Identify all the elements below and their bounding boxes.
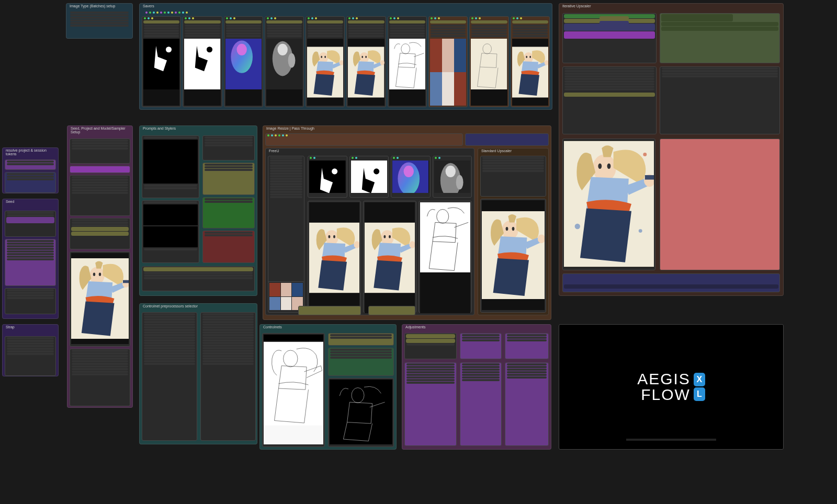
freeu-thumb-0[interactable] [308,156,347,198]
node-olive-bar-b[interactable] [368,306,415,315]
svg-point-18 [362,56,364,58]
group-title: Seed [6,200,14,203]
saver-node-9[interactable] [511,16,550,107]
node-adj-e[interactable] [460,362,502,446]
node-seed-list[interactable] [5,239,56,286]
svg-point-54 [445,166,455,177]
group-image-type[interactable]: Image Type (Batches) setup [66,3,133,39]
svg-point-38 [643,153,647,156]
node-seed-b[interactable] [70,166,130,173]
node-std-upscale-preview[interactable] [480,199,546,313]
node-strap[interactable] [5,336,56,376]
svg-point-71 [512,227,515,231]
freeu-thumb-1[interactable] [349,156,389,198]
node-upscale-aux[interactable] [660,139,780,270]
saver-node-0[interactable] [142,16,181,107]
node-adj-d[interactable] [404,362,457,446]
subgroup-freeu[interactable]: FreeU [265,148,474,315]
svg-point-3 [207,47,212,52]
group-title: Prompts and Stylers [143,127,176,130]
node-resize-strip-b[interactable] [465,133,549,146]
group-seed-project[interactable]: Seed, Project and Model/Sampler Setup [67,125,133,408]
node-upscale-preview-large[interactable] [660,66,780,134]
node-cnet-right-top[interactable] [328,333,394,346]
node-cnet-left[interactable] [262,333,325,447]
saver-node-8[interactable] [469,16,508,107]
node-model-select[interactable] [70,218,130,249]
character-image [71,253,129,344]
svg-rect-35 [645,175,654,180]
resize-thumb-0[interactable] [308,201,361,313]
group-savers[interactable]: Savers [139,3,552,110]
group-title: Controlnets [263,325,282,329]
node-upscale-settings-a[interactable] [562,13,657,63]
group-prompts-stylers[interactable]: Prompts and Stylers [139,125,257,296]
node-adj-f[interactable] [505,362,549,446]
saver-node-7[interactable] [428,16,468,107]
node-seed-a[interactable] [70,139,130,164]
group-resolve-project[interactable]: resolve project & session tokens [2,147,59,193]
std-upscale-image [482,200,545,310]
saver-thumb-0 [143,39,179,106]
saver-node-2[interactable] [224,16,263,107]
saver-thumb-7 [430,39,466,106]
svg-point-27 [526,56,527,58]
node-adj-b[interactable] [460,333,502,359]
node-styler-b[interactable] [202,163,255,195]
resize-thumb-2[interactable] [418,201,472,313]
node-cnet-right-mid[interactable] [328,348,394,376]
saver-node-3[interactable] [265,16,304,107]
node-adj-a[interactable] [404,333,457,359]
svg-point-63 [383,235,386,238]
group-iterative-upscaler[interactable]: Iterative Upscaler [559,3,784,296]
node-styler-c[interactable] [202,197,255,228]
node-cnet-prep-b[interactable] [200,312,256,441]
palette-swatch [269,297,280,311]
group-controlnets[interactable]: Controlnets [259,324,397,450]
node-resolve-b[interactable] [5,172,56,193]
group-adjustments[interactable]: Adjustments [402,324,551,450]
node-seed-c[interactable] [70,175,130,216]
group-image-resize[interactable]: Image Resize | Pass Through FreeU Standa… [263,125,551,320]
node-upscale-output[interactable] [562,139,655,270]
node-prompt-neg[interactable] [142,200,199,263]
node-resolve-a[interactable] [5,159,56,170]
saver-thumb-6 [389,39,425,106]
node-prompt-pos[interactable] [142,135,199,198]
saver-thumb-9 [512,39,548,106]
node-cnet-prep-a[interactable] [142,312,197,441]
freeu-thumb-2[interactable] [391,156,431,198]
svg-rect-23 [471,39,507,89]
node-sampler-settings[interactable] [70,349,130,406]
node-character-preview[interactable] [70,251,130,347]
node-prompt-footer[interactable] [142,266,255,291]
saver-thumb-4 [307,39,343,106]
svg-point-48 [374,168,379,174]
group-strap[interactable]: Strap [2,324,59,376]
subgroup-standard-upscaler[interactable]: Standard Upscaler [478,148,549,315]
saver-node-6[interactable] [388,16,427,107]
group-controlnet-prep[interactable]: Controlnet preprocessors selector [139,303,257,444]
node-seed-val[interactable] [5,211,56,237]
resize-thumb-1[interactable] [363,201,416,313]
node-resize-strip[interactable] [265,133,463,146]
node-upscale-settings-b[interactable] [660,13,780,63]
node-olive-bar-a[interactable] [298,306,361,315]
group-seed[interactable]: Seed [2,199,59,319]
svg-point-42 [99,273,101,277]
node-styler-a[interactable] [202,135,255,161]
node-upscale-controls[interactable] [562,66,657,134]
group-title: Seed, Project and Model/Sampler Setup [71,127,132,134]
node-cnet-right-preview[interactable] [328,378,394,447]
saver-node-1[interactable] [183,16,222,107]
saver-node-4[interactable] [306,16,345,107]
palette-swatch [281,283,292,296]
node-upscale-footer[interactable] [562,273,780,292]
node-std-upscale-settings[interactable] [480,156,546,197]
freeu-thumb-3[interactable] [433,156,472,198]
svg-point-75 [352,388,364,403]
node-seed-out[interactable] [5,288,56,314]
saver-node-5[interactable] [346,16,386,107]
node-styler-d[interactable] [202,231,255,263]
node-adj-c[interactable] [505,333,549,359]
